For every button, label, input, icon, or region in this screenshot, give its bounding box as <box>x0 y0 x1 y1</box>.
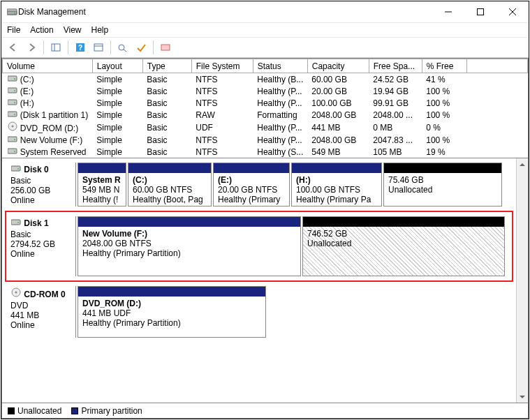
toolbar-separator <box>110 40 111 54</box>
partition[interactable]: (C:)60.00 GB NTFSHealthy (Boot, Pag <box>128 163 212 207</box>
legend-item: Unallocated <box>8 406 61 416</box>
hdd-icon <box>7 98 18 107</box>
partition-container: System R549 MB NHealthy (!(C:)60.00 GB N… <box>76 163 512 207</box>
legend-item: Primary partition <box>71 406 142 416</box>
partition-body: (E:)20.00 GB NTFSHealthy (Primary <box>214 173 289 205</box>
disk-row[interactable]: Disk 0Basic256.00 GBOnlineSystem R549 MB… <box>6 163 512 207</box>
partition-color-bar <box>214 163 289 173</box>
disk-map[interactable]: Disk 0Basic256.00 GBOnlineSystem R549 MB… <box>2 158 516 403</box>
maximize-button[interactable] <box>464 1 496 22</box>
app-icon <box>7 7 18 17</box>
forward-button[interactable] <box>24 40 39 55</box>
svg-point-21 <box>14 102 15 103</box>
menu-help[interactable]: Help <box>91 25 109 35</box>
hdd-icon <box>10 218 22 227</box>
disk-row[interactable]: Disk 1Basic2794.52 GBOnlineNew Volume (F… <box>6 212 512 280</box>
svg-rect-22 <box>8 112 17 117</box>
volume-row[interactable]: New Volume (F:)SimpleBasicNTFSHealthy (P… <box>3 134 528 146</box>
content-area: VolumeLayoutTypeFile SystemStatusCapacit… <box>1 58 529 419</box>
partition-color-bar <box>384 163 501 173</box>
partition-color-bar <box>292 163 381 173</box>
show-hide-tree-button[interactable] <box>48 40 64 55</box>
partition-body: System R549 MB NHealthy (! <box>78 173 126 205</box>
partition[interactable]: 75.46 GBUnallocated <box>383 163 502 207</box>
column-header[interactable]: Capacity <box>307 59 369 73</box>
window-title: Disk Management <box>18 7 432 17</box>
toolbar-separator <box>153 40 154 54</box>
menu-bar: FileActionViewHelp <box>1 23 529 38</box>
partition-body: New Volume (F:)2048.00 GB NTFSHealthy (P… <box>78 227 300 276</box>
column-header[interactable]: % Free <box>422 59 466 73</box>
volume-row[interactable]: DVD_ROM (D:)SimpleBasicUDFHealthy (P...4… <box>3 121 528 134</box>
legend-swatch <box>71 407 78 414</box>
window-controls <box>432 1 529 22</box>
help-button[interactable]: ? <box>73 40 88 55</box>
svg-point-27 <box>14 139 15 140</box>
disk-row[interactable]: CD-ROM 0DVD441 MBOnlineDVD_ROM (D:)441 M… <box>6 286 512 338</box>
volume-row[interactable]: (Disk 1 partition 1)SimpleBasicRAWFormat… <box>3 109 528 121</box>
svg-point-29 <box>14 151 15 152</box>
svg-point-2 <box>14 13 15 14</box>
back-button[interactable] <box>6 40 21 55</box>
svg-point-13 <box>119 45 124 50</box>
hdd-icon <box>7 110 18 119</box>
svg-point-33 <box>17 222 19 223</box>
column-header[interactable]: Volume <box>3 59 93 73</box>
volume-list[interactable]: VolumeLayoutTypeFile SystemStatusCapacit… <box>2 59 528 158</box>
menu-file[interactable]: File <box>7 25 20 35</box>
svg-rect-7 <box>52 44 60 51</box>
volume-row[interactable]: (H:)SimpleBasicNTFSHealthy (P...100.00 G… <box>3 97 528 109</box>
hdd-icon <box>10 164 22 174</box>
partition[interactable]: (E:)20.00 GB NTFSHealthy (Primary <box>213 163 290 207</box>
toolbar: ? <box>1 38 529 58</box>
svg-rect-16 <box>8 76 17 81</box>
column-header[interactable]: Layout <box>92 59 142 73</box>
action-button[interactable] <box>158 40 173 55</box>
title-bar[interactable]: Disk Management <box>1 1 529 23</box>
partition-body: 75.46 GBUnallocated <box>384 173 501 205</box>
volume-row[interactable]: (C:)SimpleBasicNTFSHealthy (B...60.00 GB… <box>3 73 528 86</box>
svg-rect-4 <box>478 9 484 15</box>
menu-view[interactable]: View <box>64 25 82 35</box>
partition-body: 746.52 GBUnallocated <box>303 227 504 276</box>
volume-row[interactable]: System ReservedSimpleBasicNTFSHealthy (S… <box>3 146 528 158</box>
main-window: Disk Management FileActionViewHelp ? Vol… <box>1 1 529 419</box>
menu-action[interactable]: Action <box>30 25 53 35</box>
partition-color-bar <box>78 287 265 297</box>
svg-point-19 <box>14 90 15 91</box>
cd-icon <box>10 287 22 297</box>
svg-rect-30 <box>11 166 20 171</box>
partition[interactable]: DVD_ROM (D:)441 MB UDFHealthy (Primary P… <box>78 286 266 338</box>
column-header[interactable]: Status <box>253 59 307 73</box>
svg-rect-11 <box>94 44 103 51</box>
column-header[interactable]: Type <box>142 59 191 73</box>
close-button[interactable] <box>496 1 529 22</box>
column-header[interactable]: File System <box>191 59 253 73</box>
partition-color-bar <box>78 217 300 227</box>
list-button[interactable] <box>115 40 131 55</box>
properties-button[interactable] <box>133 40 149 55</box>
disk-map-wrap: Disk 0Basic256.00 GBOnlineSystem R549 MB… <box>2 158 528 403</box>
cd-icon <box>7 121 18 131</box>
volume-row[interactable]: (E:)SimpleBasicNTFSHealthy (P...20.00 GB… <box>3 85 528 97</box>
svg-text:?: ? <box>78 44 82 52</box>
minimize-button[interactable] <box>432 1 464 22</box>
svg-point-17 <box>14 78 15 80</box>
column-header[interactable]: Free Spa... <box>369 59 422 73</box>
svg-rect-18 <box>8 88 17 93</box>
svg-rect-26 <box>8 137 17 142</box>
refresh-button[interactable] <box>91 40 106 55</box>
toolbar-separator <box>68 40 68 54</box>
hdd-icon <box>7 74 18 84</box>
partition[interactable]: 746.52 GBUnallocated <box>302 216 505 276</box>
partition[interactable]: (H:)100.00 GB NTFSHealthy (Primary Pa <box>291 163 382 207</box>
scroll-down-arrow[interactable] <box>517 391 528 403</box>
hdd-icon <box>7 86 18 96</box>
legend-swatch <box>8 407 15 414</box>
scroll-up-arrow[interactable] <box>517 158 528 170</box>
partition[interactable]: System R549 MB NHealthy (! <box>78 163 126 207</box>
partition[interactable]: New Volume (F:)2048.00 GB NTFSHealthy (P… <box>78 216 301 276</box>
svg-rect-28 <box>8 149 17 153</box>
vertical-scrollbar[interactable] <box>516 158 528 403</box>
svg-line-14 <box>124 50 126 52</box>
